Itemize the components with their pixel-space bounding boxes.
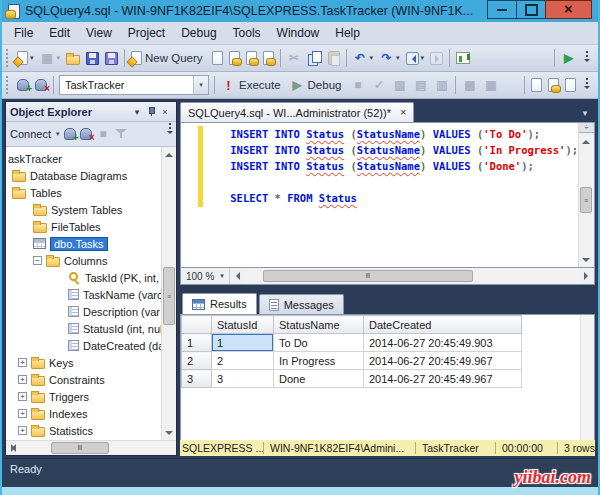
tree-item-statusid-int-nul[interactable]: StatusId (int, nul	[6, 320, 161, 337]
expand-icon[interactable]: +	[18, 409, 27, 418]
tree-item-triggers[interactable]: +Triggers	[6, 388, 161, 405]
menu-project[interactable]: Project	[120, 23, 173, 43]
open-file-icon[interactable]	[63, 47, 83, 69]
expand-icon[interactable]: +	[18, 426, 27, 435]
copy-icon[interactable]	[305, 47, 325, 69]
editor-code[interactable]: INSERT INTO Status (StatusName) VALUES (…	[205, 123, 578, 267]
grid-cell[interactable]: 3	[212, 370, 274, 388]
expand-icon[interactable]: +	[18, 358, 27, 367]
scrollbar-thumb[interactable]: ≡	[163, 267, 175, 325]
activity-monitor-icon[interactable]	[453, 47, 473, 69]
debug-button[interactable]: ▶Debug	[287, 74, 348, 96]
toolbar-options-icon[interactable]	[579, 47, 595, 69]
column-header-datecreated[interactable]: DateCreated	[364, 316, 522, 334]
available-databases-combo[interactable]: TaskTracker▾	[59, 75, 209, 95]
redo-icon[interactable]: ↷▾	[376, 47, 403, 69]
execute-button[interactable]: !Execute	[218, 74, 287, 96]
grid-cell[interactable]: 2014-06-27 20:45:49.967	[364, 352, 522, 370]
tree-vertical-scrollbar[interactable]: ≡	[161, 147, 176, 440]
active-files-chevron-icon[interactable]: ▼	[581, 109, 595, 122]
toolbar-options-icon[interactable]	[579, 74, 595, 96]
start-debugging-icon[interactable]: ▶	[558, 47, 579, 69]
scrollbar-thumb[interactable]: Ⅲ	[263, 270, 473, 282]
row-header[interactable]: 3	[182, 370, 212, 388]
scroll-up-icon[interactable]	[579, 134, 593, 148]
new-query-button[interactable]: New Query	[128, 47, 209, 69]
tree-item-description-var[interactable]: Description (var	[6, 303, 161, 320]
scroll-up-icon[interactable]	[162, 147, 176, 161]
grid-cell[interactable]: 1	[212, 334, 274, 352]
menu-window[interactable]: Window	[269, 23, 328, 43]
database-engine-query-icon[interactable]	[209, 47, 226, 69]
menu-help[interactable]: Help	[327, 23, 368, 43]
tree-item-asktracker[interactable]: askTracker	[6, 150, 161, 167]
mdx-query-icon[interactable]	[226, 47, 243, 69]
pin-icon[interactable]	[144, 106, 158, 117]
tree-item-tables[interactable]: Tables	[6, 184, 161, 201]
new-query-window-icon[interactable]: ▾	[14, 47, 37, 69]
results-vertical-scrollbar[interactable]	[580, 315, 594, 440]
expand-icon[interactable]: +	[18, 392, 27, 401]
expand-icon[interactable]: +	[18, 375, 27, 384]
row-header[interactable]: 2	[182, 352, 212, 370]
column-header-statusname[interactable]: StatusName	[274, 316, 364, 334]
save-icon[interactable]	[83, 47, 102, 69]
save-all-icon[interactable]	[102, 47, 121, 69]
menu-file[interactable]: File	[6, 23, 41, 43]
grid-cell[interactable]: 2014-06-27 20:45:49.967	[364, 370, 522, 388]
menu-edit[interactable]: Edit	[41, 23, 78, 43]
tree-horizontal-scrollbar[interactable]: Ⅲ	[6, 440, 176, 455]
scroll-left-icon[interactable]	[230, 269, 245, 284]
close-button[interactable]	[545, 0, 592, 19]
editor-horizontal-scrollbar[interactable]: Ⅲ	[245, 269, 579, 284]
panel-menu-chevron-icon[interactable]: ▾	[130, 107, 144, 117]
pane-splitter[interactable]	[180, 285, 595, 293]
xmla-query-icon[interactable]	[260, 47, 277, 69]
scroll-right-icon[interactable]	[6, 441, 20, 455]
maximize-button[interactable]	[516, 0, 546, 19]
tree-item-statistics[interactable]: +Statistics	[6, 422, 161, 439]
tab-close-icon[interactable]: ×	[400, 107, 406, 118]
tree-item-indexes[interactable]: +Indexes	[6, 405, 161, 422]
scrollbar-thumb[interactable]: Ⅲ	[51, 442, 109, 454]
toolbar-options-icon[interactable]	[165, 122, 175, 138]
tree-item-constraints[interactable]: +Constraints	[6, 371, 161, 388]
menu-view[interactable]: View	[78, 23, 120, 43]
tab-results[interactable]: Results	[182, 293, 257, 314]
editor-tab[interactable]: SQLQuery4.sql - WI...Administrator (52))…	[180, 102, 414, 122]
grid-cell[interactable]: 2	[212, 352, 274, 370]
scrollbar-thumb[interactable]: ≡	[580, 187, 592, 213]
zoom-control[interactable]: 100 % ▾	[181, 268, 230, 284]
column-header-statusid[interactable]: StatusId	[212, 316, 274, 334]
chevron-down-icon[interactable]: ▾	[193, 76, 208, 94]
menu-debug[interactable]: Debug	[173, 23, 224, 43]
tree-item-taskid-pk-int-n[interactable]: TaskId (PK, int, n	[6, 269, 161, 286]
results-to-text-icon[interactable]	[528, 74, 545, 96]
change-connection-icon[interactable]: ×	[32, 74, 50, 96]
tree-item-database-diagrams[interactable]: Database Diagrams	[6, 167, 161, 184]
minimize-button[interactable]	[487, 0, 517, 19]
grid-cell[interactable]: In Progress	[274, 352, 364, 370]
collapse-icon[interactable]: −	[33, 256, 42, 265]
connect-server-icon[interactable]: +	[64, 128, 76, 140]
panel-close-icon[interactable]: ×	[158, 107, 172, 117]
scroll-down-icon[interactable]	[162, 426, 176, 440]
tree-item-columns[interactable]: −Columns	[6, 252, 161, 269]
query-editor[interactable]: INSERT INTO Status (StatusName) VALUES (…	[180, 122, 595, 268]
tree-item-keys[interactable]: +Keys	[6, 354, 161, 371]
results-to-file-icon[interactable]	[562, 74, 579, 96]
tree-item-datecreated-da[interactable]: DateCreated (da	[6, 337, 161, 354]
grid-cell[interactable]: 2014-06-27 20:45:49.903	[364, 334, 522, 352]
connect-button[interactable]: Connect ▾	[10, 128, 60, 140]
disconnect-server-icon[interactable]: ×	[80, 128, 92, 140]
connect-icon[interactable]: +	[14, 74, 32, 96]
results-to-grid-icon[interactable]	[545, 74, 562, 96]
editor-vertical-scrollbar[interactable]: ÷ ≡	[578, 123, 594, 267]
tree-item-taskname-varc[interactable]: TaskName (varc	[6, 286, 161, 303]
grid-cell[interactable]: Done	[274, 370, 364, 388]
tree-item-system-tables[interactable]: System Tables	[6, 201, 161, 218]
tree-item-filetables[interactable]: FileTables	[6, 218, 161, 235]
splitter-handle-icon[interactable]: ÷	[579, 123, 594, 133]
grid-cell[interactable]: To Do	[274, 334, 364, 352]
undo-icon[interactable]: ↶▾	[350, 47, 377, 69]
